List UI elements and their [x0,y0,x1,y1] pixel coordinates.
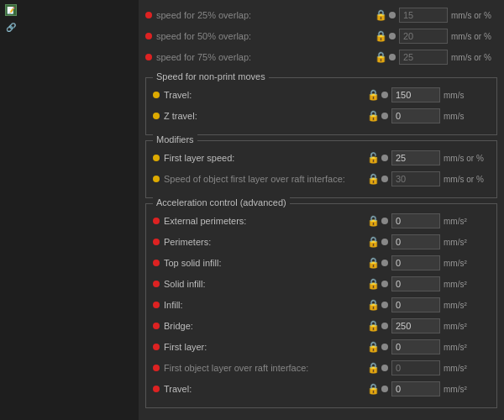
lock-icon[interactable]: 🔒 [366,172,380,186]
bullet-dot [381,155,388,161]
param-label: Speed of object first layer over raft in… [164,173,366,185]
param-unit: mm/s or % [444,175,490,184]
section-group: ModifiersFirst layer speed:🔓mm/s or %Spe… [145,140,497,198]
sidebar-item-dependencies[interactable]: 🔗 [0,18,139,35]
sidebar-item-notes[interactable]: 📝 [0,2,139,18]
param-label: speed for 75% overlap: [156,51,374,63]
lock-icon[interactable]: 🔒 [366,214,380,228]
bullet-dot [381,365,388,371]
param-input[interactable] [391,360,440,375]
red-dot [153,218,160,224]
table-row: Bridge:🔒mm/s² [153,317,490,335]
param-input[interactable] [391,234,440,249]
bullet-dot [381,302,388,308]
param-unit: mm/s [444,112,490,121]
bullet-dot [381,113,388,119]
param-unit: mm/s² [444,217,490,226]
param-unit: mm/s² [444,385,490,394]
red-dot [145,12,152,18]
lock-icon[interactable]: 🔒 [366,256,380,270]
section-title: Modifiers [153,134,197,144]
bullet-dot [381,92,388,98]
param-label: Infill: [164,299,366,311]
bullet-dot [389,54,396,60]
table-row: Travel:🔒mm/s² [153,380,490,398]
param-label: First object layer over raft interface: [164,362,366,374]
table-row: First layer speed:🔓mm/s or % [153,149,490,167]
table-row: Perimeters:🔒mm/s² [153,233,490,251]
param-input[interactable] [399,29,448,44]
lock-icon[interactable]: 🔒 [366,361,380,375]
param-label: First layer: [164,341,366,353]
lock-icon[interactable]: 🔒 [366,319,380,333]
param-unit: mm/s² [444,343,490,352]
table-row: Top solid infill:🔒mm/s² [153,254,490,272]
red-dot [153,281,160,287]
red-dot [153,365,160,371]
table-row: speed for 75% overlap:🔒mm/s or % [145,48,497,66]
param-unit: mm/s or % [444,154,490,163]
param-label: Solid infill: [164,278,366,290]
param-unit: mm/s or % [451,11,497,20]
param-unit: mm/s² [444,301,490,310]
param-input[interactable] [391,297,440,312]
param-input[interactable] [391,213,440,228]
red-dot [153,386,160,392]
lock-icon[interactable]: 🔒 [374,29,387,43]
bullet-dot [381,344,388,350]
yellow-dot [153,155,160,161]
section-group: Acceleration control (advanced)External … [145,203,497,408]
bullet-dot [381,323,388,329]
param-input[interactable] [391,171,440,186]
notes-icon: 📝 [5,4,17,16]
param-input[interactable] [399,8,448,23]
red-dot [153,260,160,266]
param-input[interactable] [391,381,440,396]
yellow-dot [153,92,160,98]
lock-icon[interactable]: 🔒 [374,8,387,22]
top-rows-group: speed for 25% overlap:🔒mm/s or %speed fo… [139,0,504,72]
param-input[interactable] [391,276,440,291]
table-row: First object layer over raft interface:🔒… [153,359,490,377]
red-dot [153,302,160,308]
lock-icon[interactable]: 🔒 [366,277,380,291]
param-label: Top solid infill: [164,257,366,269]
lock-icon[interactable]: 🔒 [366,88,380,102]
param-input[interactable] [391,255,440,270]
param-unit: mm/s² [444,238,490,247]
param-label: Bridge: [164,320,366,332]
lock-icon[interactable]: 🔒 [366,340,380,354]
section-group: Speed for non-print movesTravel:🔒mm/sZ t… [145,77,497,135]
param-label: Z travel: [164,110,366,122]
lock-icon[interactable]: 🔓 [366,151,380,165]
lock-icon[interactable]: 🔒 [366,298,380,312]
param-unit: mm/s or % [451,53,497,62]
table-row: speed for 50% overlap:🔒mm/s or % [145,27,497,45]
bullet-dot [381,218,388,224]
yellow-dot [153,176,160,182]
lock-icon[interactable]: 🔒 [366,235,380,249]
param-input[interactable] [391,318,440,333]
table-row: Z travel:🔒mm/s [153,107,490,125]
param-input[interactable] [391,150,440,165]
lock-icon[interactable]: 🔒 [366,382,380,396]
main-content: speed for 25% overlap:🔒mm/s or %speed fo… [139,0,504,420]
bullet-dot [381,260,388,266]
sidebar: 📝 🔗 [0,0,139,420]
lock-icon[interactable]: 🔒 [374,50,387,64]
table-row: External perimeters:🔒mm/s² [153,212,490,230]
bullet-dot [381,176,388,182]
section-title: Speed for non-print moves [153,71,269,81]
dependencies-icon: 🔗 [5,21,17,33]
param-input[interactable] [399,50,448,65]
bullet-dot [381,281,388,287]
param-input[interactable] [391,339,440,354]
param-label: Perimeters: [164,236,366,248]
param-input[interactable] [391,87,440,102]
section-title: Acceleration control (advanced) [153,197,290,207]
table-row: First layer:🔒mm/s² [153,338,490,356]
param-input[interactable] [391,108,440,123]
param-unit: mm/s² [444,322,490,331]
red-dot [153,323,160,329]
lock-icon[interactable]: 🔒 [366,109,380,123]
